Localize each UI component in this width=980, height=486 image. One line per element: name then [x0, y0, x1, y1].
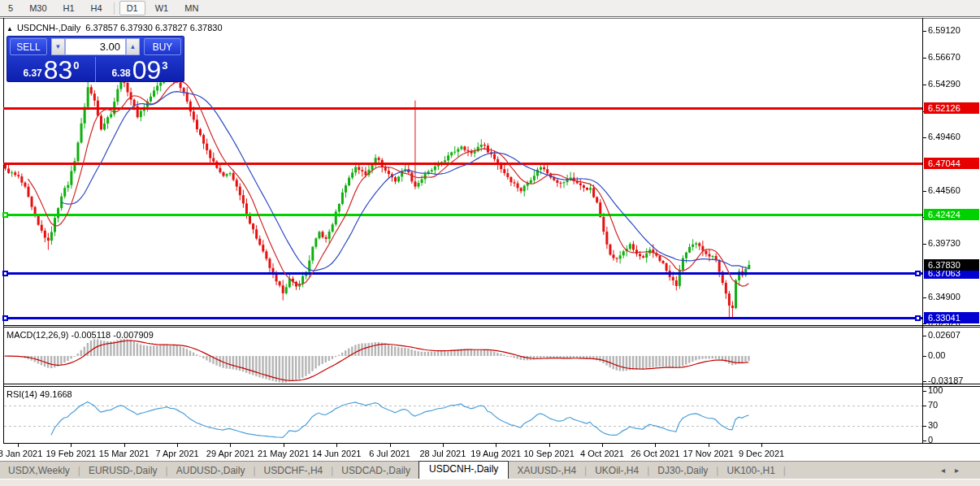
buy-price-small: 6.38: [111, 67, 130, 79]
macd-values: -0.005118 -0.007909: [71, 330, 153, 340]
rsi-axis-tick: 100: [928, 385, 943, 395]
current-price-badge: 6.37830: [924, 259, 979, 271]
one-click-trade-widget: SELL ▼ 3.00 ▲ BUY 6.37 83 0 6.38 09 3: [7, 36, 184, 82]
sell-price-small: 6.37: [23, 67, 41, 79]
volume-input[interactable]: 3.00: [65, 38, 126, 55]
date-axis-label: 10 Sep 2021: [523, 449, 574, 458]
price-axis-tick: 6.54290: [928, 79, 960, 89]
chart-tab-uk100h1[interactable]: UK100-,H1: [718, 463, 783, 478]
buy-price-sup: 3: [162, 59, 167, 72]
date-axis-label: 7 Apr 2021: [155, 449, 198, 458]
price-axis-tick: 6.44560: [928, 185, 960, 195]
chart-tab-usdcnhdaily[interactable]: USDCNH-,Daily: [418, 461, 509, 479]
date-axis-label: 19 Feb 2021: [46, 449, 96, 458]
collapse-icon[interactable]: ▲: [7, 25, 13, 33]
timeframe-button-w1[interactable]: W1: [149, 2, 176, 15]
tab-scroll-arrows[interactable]: ◂▸: [941, 466, 969, 475]
date-axis-label: 6 Jul 2021: [369, 449, 410, 458]
rsi-value: 49.1668: [40, 389, 72, 399]
sell-price-big: 83: [44, 59, 73, 81]
chart-tab-bar: USDX,Weekly|EURUSD-,Daily|AUDUSD-,Daily|…: [0, 461, 980, 479]
chart-tab-eurusddaily[interactable]: EURUSD-,Daily: [80, 463, 166, 478]
date-axis-label: 28 Jul 2021: [419, 449, 466, 458]
rsi-axis-tick: 0: [928, 435, 933, 445]
timeframe-button-h4[interactable]: H4: [85, 2, 109, 15]
date-axis-label: 29 Apr 2021: [206, 449, 254, 458]
volume-increase-icon[interactable]: ▲: [126, 38, 140, 55]
rsi-label: RSI(14) 49.1668: [7, 389, 72, 399]
chart-tab-xauusdh4[interactable]: XAUUSD-,H4: [509, 463, 584, 478]
macd-axis-tick: 0.00: [928, 350, 945, 360]
date-axis-label: 26 Oct 2021: [631, 449, 679, 458]
status-strip: [0, 479, 980, 486]
mt4-window: 5M30H1H4D1W1MN ▲USDCNH-,Daily 6.37857 6.…: [0, 0, 980, 486]
date-axis-label: 17 Nov 2021: [683, 449, 733, 458]
timeframe-button-h1[interactable]: H1: [57, 2, 81, 15]
date-axis-label: 14 Jun 2021: [312, 449, 362, 458]
date-axis-label: 15 Mar 2021: [99, 449, 150, 458]
macd-axis-tick: -0.03187: [928, 375, 963, 385]
timeframe-button-d1[interactable]: D1: [119, 1, 145, 15]
chart-title: USDCNH-,Daily: [17, 23, 80, 33]
buy-price[interactable]: 6.38 09 3: [96, 57, 184, 82]
date-axis-label: 9 Dec 2021: [739, 449, 784, 458]
price-axis-tick: 6.59120: [928, 25, 960, 35]
price-line-badge: 6.33041: [924, 312, 979, 323]
chart-tab-dj30daily[interactable]: DJ30-,Daily: [649, 463, 716, 478]
date-axis-label: 19 Aug 2021: [470, 449, 521, 458]
toolbar-separator: [114, 2, 115, 15]
price-axis-tick: 6.56670: [928, 52, 960, 62]
timeframe-button-5[interactable]: 5: [2, 2, 20, 15]
chart-tab-ukoilh4[interactable]: UKOil-,H4: [587, 463, 647, 478]
timeframe-toolbar: 5M30H1H4D1W1MN: [0, 0, 980, 17]
buy-button[interactable]: BUY: [144, 38, 181, 55]
timeframe-button-mn[interactable]: MN: [178, 2, 205, 15]
chart-tab-audusddaily[interactable]: AUDUSD-,Daily: [168, 463, 254, 478]
buy-price-big: 09: [132, 59, 162, 81]
chart-tab-usdxweekly[interactable]: USDX,Weekly: [0, 463, 78, 478]
macd-axis-tick: 0.02607: [928, 330, 960, 340]
date-axis-label: 21 May 2021: [258, 449, 310, 458]
chart-window: ▲USDCNH-,Daily 6.37857 6.37930 6.37827 6…: [0, 18, 980, 461]
tab-separator: |: [783, 465, 786, 476]
price-axis-tick: 6.49460: [928, 132, 960, 141]
price-line-badge: 6.42424: [924, 209, 979, 220]
sell-button[interactable]: SELL: [10, 38, 47, 55]
price-line-badge: 6.52126: [924, 102, 979, 114]
rsi-axis-tick: 70: [928, 400, 938, 410]
timeframe-button-m30[interactable]: M30: [23, 2, 53, 15]
date-axis-label: 4 Oct 2021: [580, 449, 624, 458]
price-line-badge: 6.47044: [924, 158, 979, 169]
macd-label: MACD(12,26,9) -0.005118 -0.007909: [7, 330, 154, 340]
chart-tab-usdchfh4[interactable]: USDCHF-,H4: [256, 463, 332, 478]
volume-decrease-icon[interactable]: ▼: [51, 38, 65, 55]
chart-symbol-header: ▲USDCNH-,Daily 6.37857 6.37930 6.37827 6…: [7, 23, 223, 33]
price-axis-tick: 6.39730: [928, 238, 960, 248]
sell-price[interactable]: 6.37 83 0: [7, 57, 96, 82]
chart-tab-usdcaddaily[interactable]: USDCAD-,Daily: [333, 463, 418, 478]
chart-ohlc-values: 6.37857 6.37930 6.37827 6.37830: [85, 23, 222, 33]
price-axis-tick: 6.34900: [928, 292, 960, 302]
sell-price-sup: 0: [73, 59, 79, 72]
rsi-axis-tick: 30: [928, 420, 938, 430]
date-axis-label: 28 Jan 2021: [0, 449, 42, 458]
